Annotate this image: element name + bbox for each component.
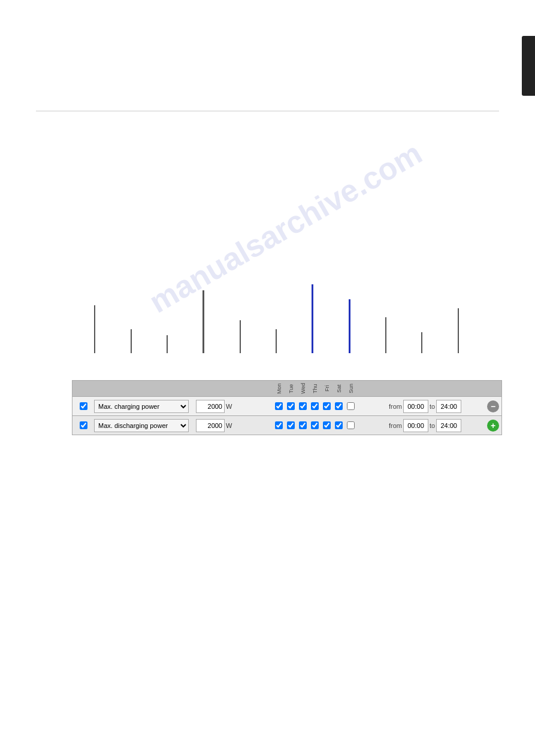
chart-bar-5 (240, 320, 241, 353)
side-tab[interactable] (522, 36, 535, 96)
settings-table: Mon Tue Wed Thu Fri Sat Sun (72, 380, 502, 435)
row2-type-col: Max. charging power Max. discharging pow… (94, 419, 196, 432)
row2-unit-label: W (226, 422, 232, 429)
chart-bar-11 (458, 308, 459, 353)
row1-enable-col (72, 402, 94, 410)
header-days-col: Mon Tue Wed Thu Fri Sat Sun (241, 380, 389, 397)
header-thu: Thu (310, 380, 321, 397)
row2-to-label: to (430, 422, 435, 429)
row1-tue-checkbox[interactable] (287, 402, 295, 410)
row2-sat-checkbox[interactable] (335, 421, 343, 429)
table-row: Max. charging power Max. discharging pow… (72, 397, 502, 416)
chart-bar-8 (349, 299, 350, 353)
row2-thu-checkbox[interactable] (311, 421, 319, 429)
row1-sun-checkbox[interactable] (347, 402, 355, 410)
row1-type-col: Max. charging power Max. discharging pow… (94, 400, 196, 413)
row1-enable-checkbox[interactable] (80, 402, 87, 410)
row2-add-button[interactable]: + (487, 420, 499, 432)
row1-value-col: W (196, 400, 241, 413)
row1-time-col: from to (389, 400, 485, 413)
row1-action-col: − (485, 400, 501, 412)
chart-bar-2 (131, 329, 132, 353)
header-tue: Tue (286, 380, 297, 397)
row2-enable-checkbox[interactable] (80, 421, 87, 429)
row2-action-col: + (485, 420, 501, 432)
chart-bar-1 (94, 305, 95, 353)
header-fri: Fri (322, 380, 333, 397)
row1-to-time-input[interactable] (436, 400, 461, 413)
header-wed: Wed (298, 380, 309, 397)
chart-bar-7 (312, 284, 313, 353)
chart-bar-4 (202, 290, 204, 353)
row2-value-input[interactable] (196, 419, 225, 432)
row2-days-col (241, 421, 389, 429)
row2-type-select[interactable]: Max. charging power Max. discharging pow… (94, 419, 189, 432)
row1-type-select[interactable]: Max. charging power Max. discharging pow… (94, 400, 189, 413)
row1-thu-checkbox[interactable] (311, 402, 319, 410)
header-sun: Sun (346, 380, 356, 397)
row1-unit-label: W (226, 403, 232, 410)
row1-sat-checkbox[interactable] (335, 402, 343, 410)
chart-bar-3 (167, 335, 168, 353)
row2-wed-checkbox[interactable] (299, 421, 307, 429)
row2-to-time-input[interactable] (436, 419, 461, 432)
row1-value-input[interactable] (196, 400, 225, 413)
chart-bar-6 (276, 329, 277, 353)
section-divider (36, 111, 499, 111)
chart-bar-10 (421, 332, 422, 353)
chart-area (78, 281, 475, 353)
row2-tue-checkbox[interactable] (287, 421, 295, 429)
row1-from-label: from (389, 403, 402, 410)
row1-from-time-input[interactable] (403, 400, 428, 413)
row2-time-col: from to (389, 419, 485, 432)
row2-enable-col (72, 421, 94, 429)
row1-mon-checkbox[interactable] (275, 402, 283, 410)
table-header: Mon Tue Wed Thu Fri Sat Sun (72, 380, 502, 397)
row1-to-label: to (430, 403, 435, 410)
row1-wed-checkbox[interactable] (299, 402, 307, 410)
row1-fri-checkbox[interactable] (323, 402, 331, 410)
row2-mon-checkbox[interactable] (275, 421, 283, 429)
row1-days-col (241, 402, 389, 410)
header-sat: Sat (334, 380, 344, 397)
chart-bar-9 (385, 317, 386, 353)
row2-from-label: from (389, 422, 402, 429)
row2-value-col: W (196, 419, 241, 432)
row2-from-time-input[interactable] (403, 419, 428, 432)
row2-fri-checkbox[interactable] (323, 421, 331, 429)
row1-remove-button[interactable]: − (487, 400, 499, 412)
row2-sun-checkbox[interactable] (347, 421, 355, 429)
table-row: Max. charging power Max. discharging pow… (72, 416, 502, 435)
header-mon: Mon (274, 380, 285, 397)
